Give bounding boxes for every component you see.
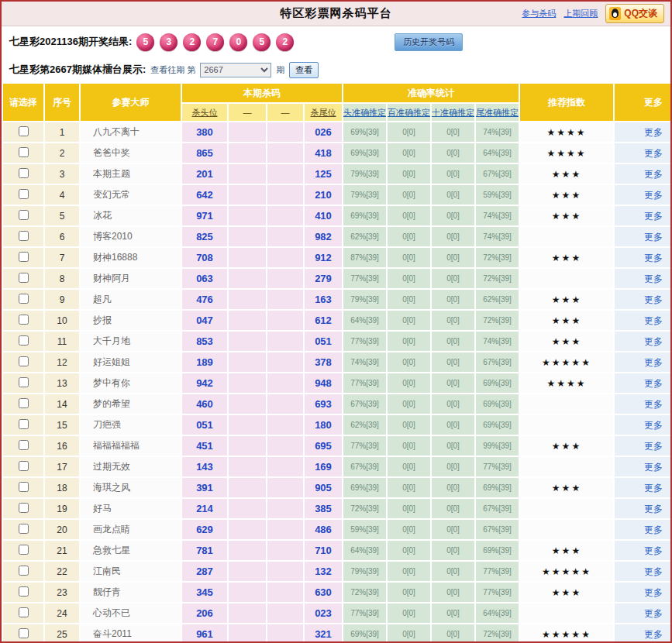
more-link[interactable]: 更多	[644, 608, 663, 619]
master-name: 梦的希望	[81, 394, 181, 414]
row-checkbox[interactable]	[19, 189, 29, 199]
row-checkbox-cell	[3, 520, 43, 539]
more-link[interactable]: 更多	[644, 587, 663, 598]
kill-empty-cell	[229, 227, 266, 246]
accuracy-tail: 72%[39]	[476, 248, 519, 267]
kill-tail-value: 693	[305, 394, 342, 414]
row-checkbox-cell	[3, 290, 43, 309]
subheader-accuracy-head[interactable]: 头准确推定	[343, 104, 386, 121]
row-checkbox[interactable]	[19, 335, 29, 346]
more-link[interactable]: 更多	[644, 357, 663, 368]
accuracy-ten: 0[0]	[432, 457, 474, 476]
row-checkbox[interactable]	[19, 231, 29, 241]
accuracy-ten: 0[0]	[432, 269, 474, 288]
kill-empty-cell	[267, 311, 303, 330]
row-checkbox-cell	[3, 603, 43, 623]
row-index: 12	[45, 352, 79, 372]
accuracy-tail: 67%[39]	[476, 352, 519, 372]
view-button[interactable]: 查看	[289, 62, 319, 78]
row-checkbox[interactable]	[19, 607, 29, 617]
row-checkbox[interactable]	[19, 210, 29, 220]
accuracy-hundred: 0[0]	[388, 290, 430, 309]
row-checkbox[interactable]	[19, 377, 29, 387]
more-link[interactable]: 更多	[644, 148, 663, 159]
more-link[interactable]: 更多	[644, 504, 663, 514]
subheader-accuracy-ten[interactable]: 十准确推定	[432, 104, 474, 121]
row-checkbox[interactable]	[19, 147, 29, 157]
more-link[interactable]: 更多	[644, 294, 663, 305]
more-link[interactable]: 更多	[644, 629, 663, 640]
kill-empty-cell	[229, 562, 266, 581]
kill-tail-value: 710	[305, 541, 342, 560]
more-link[interactable]: 更多	[644, 378, 663, 389]
more-link[interactable]: 更多	[644, 169, 663, 180]
star-rating: ★★★	[520, 206, 613, 225]
result-balls: 5327052	[136, 33, 294, 51]
accuracy-ten: 0[0]	[432, 122, 474, 142]
kill-tail-value: 948	[305, 373, 342, 393]
accuracy-hundred: 0[0]	[388, 520, 430, 539]
row-checkbox[interactable]	[19, 398, 29, 408]
kill-head-value: 781	[182, 541, 227, 560]
more-link[interactable]: 更多	[644, 273, 663, 284]
subheader-accuracy-hundred[interactable]: 百准确推定	[388, 104, 430, 121]
row-checkbox[interactable]	[19, 628, 29, 638]
row-checkbox[interactable]	[19, 356, 29, 366]
more-link[interactable]: 更多	[644, 336, 663, 347]
row-index: 10	[45, 311, 79, 330]
star-rating	[520, 394, 613, 414]
more-link[interactable]: 更多	[644, 545, 663, 556]
more-link[interactable]: 更多	[644, 420, 663, 431]
period-select[interactable]: 2667	[200, 63, 271, 77]
history-numbers-button[interactable]: 历史开奖号码	[395, 33, 463, 51]
row-checkbox[interactable]	[19, 503, 29, 513]
row-checkbox[interactable]	[19, 524, 29, 534]
more-link[interactable]: 更多	[644, 399, 663, 410]
more-link[interactable]: 更多	[644, 232, 663, 242]
row-checkbox[interactable]	[19, 545, 29, 555]
more-link[interactable]: 更多	[644, 441, 663, 452]
more-link[interactable]: 更多	[644, 127, 663, 138]
row-checkbox[interactable]	[19, 419, 29, 429]
row-checkbox[interactable]	[19, 566, 29, 576]
kill-empty-cell	[267, 394, 303, 414]
row-checkbox[interactable]	[19, 294, 29, 304]
row-checkbox[interactable]	[19, 252, 29, 262]
nav-link-previous-period[interactable]: 上期回顾	[563, 8, 598, 19]
more-link[interactable]: 更多	[644, 315, 663, 326]
table-row: 9超凡47616379%[39]0[0]0[0]62%[39]★★★更多	[3, 290, 672, 309]
nav-link-join[interactable]: 参与杀码	[522, 8, 556, 19]
row-checkbox-cell	[3, 436, 43, 456]
more-link[interactable]: 更多	[644, 524, 663, 535]
more-link[interactable]: 更多	[644, 211, 663, 222]
accuracy-tail: 67%[39]	[476, 499, 519, 518]
accuracy-hundred: 0[0]	[388, 143, 430, 163]
more-link[interactable]: 更多	[644, 462, 663, 473]
kill-empty-cell	[267, 520, 303, 539]
row-checkbox[interactable]	[19, 461, 29, 471]
star-rating: ★★★★	[520, 373, 613, 393]
row-checkbox[interactable]	[19, 273, 29, 283]
row-checkbox[interactable]	[19, 586, 29, 597]
row-checkbox[interactable]	[19, 168, 29, 178]
title-bar: 特区彩票网杀码平台 参与杀码 上期回顾 QQ交谈	[2, 2, 670, 26]
more-link[interactable]: 更多	[644, 566, 663, 577]
more-link[interactable]: 更多	[644, 190, 663, 201]
star-rating: ★★★	[520, 290, 613, 309]
row-checkbox[interactable]	[19, 315, 29, 325]
accuracy-hundred: 0[0]	[388, 227, 430, 246]
row-checkbox[interactable]	[19, 482, 29, 492]
more-cell: 更多	[615, 373, 672, 393]
more-cell: 更多	[615, 269, 672, 288]
kill-empty-cell	[229, 122, 266, 142]
more-link[interactable]: 更多	[644, 483, 663, 493]
more-link[interactable]: 更多	[644, 253, 663, 263]
kill-empty-cell	[267, 457, 303, 476]
more-cell: 更多	[615, 478, 672, 497]
row-checkbox[interactable]	[19, 126, 29, 136]
kill-empty-cell	[267, 583, 303, 602]
row-checkbox[interactable]	[19, 440, 29, 450]
subheader-accuracy-tail[interactable]: 尾准确推定	[476, 104, 519, 121]
master-name: 心动不已	[81, 603, 181, 623]
qq-chat-button[interactable]: QQ交谈	[605, 4, 664, 23]
